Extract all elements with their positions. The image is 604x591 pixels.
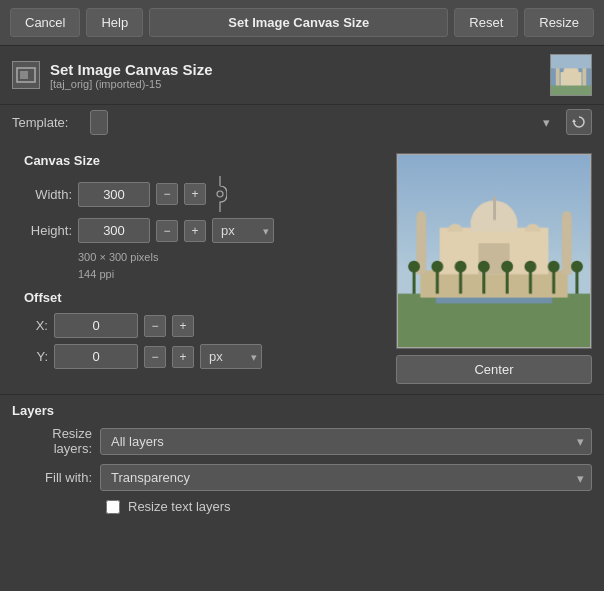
left-panel: Canvas Size Width: − + Height: − + [12, 153, 384, 384]
unit-select[interactable]: px in cm mm [212, 218, 274, 243]
layers-label: Layers [12, 403, 592, 418]
resize-button[interactable]: Resize [524, 8, 594, 37]
dialog-title: Set Image Canvas Size [50, 61, 550, 78]
offset-unit-wrap: px in cm [200, 344, 262, 369]
main-content: Canvas Size Width: − + Height: − + [0, 143, 604, 394]
template-label: Template: [12, 115, 82, 130]
center-button[interactable]: Center [396, 355, 592, 384]
height-decrement-button[interactable]: − [156, 220, 178, 242]
image-preview [396, 153, 592, 349]
x-increment-button[interactable]: + [172, 315, 194, 337]
link-icon-area [212, 176, 228, 212]
x-row: X: − + [24, 313, 372, 338]
pixel-ppi: 144 ppi [78, 266, 372, 283]
resize-text-row: Resize text layers [12, 499, 592, 514]
template-select-wrap [90, 110, 558, 135]
resize-text-label: Resize text layers [128, 499, 231, 514]
width-label: Width: [24, 187, 72, 202]
svg-marker-2 [572, 119, 576, 122]
image-thumbnail [550, 54, 592, 96]
fill-with-label: Fill with: [12, 470, 92, 485]
svg-rect-1 [20, 71, 28, 79]
title-button: Set Image Canvas Size [149, 8, 448, 37]
cancel-button[interactable]: Cancel [10, 8, 80, 37]
height-label: Height: [24, 223, 72, 238]
offset-label: Offset [24, 290, 372, 305]
pixel-dimensions: 300 × 300 pixels [78, 249, 372, 266]
pixel-info: 300 × 300 pixels 144 ppi [78, 249, 372, 282]
x-decrement-button[interactable]: − [144, 315, 166, 337]
toolbar: Cancel Help Set Image Canvas Size Reset … [0, 0, 604, 46]
reset-button[interactable]: Reset [454, 8, 518, 37]
height-increment-button[interactable]: + [184, 220, 206, 242]
template-reset-icon[interactable] [566, 109, 592, 135]
header-row: Set Image Canvas Size [taj_orig] (import… [0, 46, 604, 105]
offset-unit-select[interactable]: px in cm [200, 344, 262, 369]
resize-layers-label: Resize layers: [12, 426, 92, 456]
right-panel: Center [396, 153, 592, 384]
dialog-subtitle: [taj_orig] (imported)-15 [50, 78, 550, 90]
fill-with-select[interactable]: Transparency White Black Background [100, 464, 592, 491]
offset-section: Offset X: − + Y: − + px in cm [12, 290, 384, 369]
help-button[interactable]: Help [86, 8, 143, 37]
height-input[interactable] [78, 218, 150, 243]
resize-layers-select[interactable]: All layers Linked layers No layers [100, 428, 592, 455]
y-increment-button[interactable]: + [172, 346, 194, 368]
x-label: X: [24, 318, 48, 333]
canvas-size-label: Canvas Size [24, 153, 372, 168]
fill-with-select-wrap: Transparency White Black Background [100, 464, 592, 491]
width-input[interactable] [78, 182, 150, 207]
canvas-icon [12, 61, 40, 89]
y-row: Y: − + px in cm [24, 344, 372, 369]
width-decrement-button[interactable]: − [156, 183, 178, 205]
y-input[interactable] [54, 344, 138, 369]
y-label: Y: [24, 349, 48, 364]
resize-text-checkbox[interactable] [106, 500, 120, 514]
width-increment-button[interactable]: + [184, 183, 206, 205]
template-row: Template: [0, 105, 604, 143]
svg-point-3 [217, 191, 223, 197]
unit-select-wrap: px in cm mm [212, 218, 274, 243]
x-input[interactable] [54, 313, 138, 338]
header-text: Set Image Canvas Size [taj_orig] (import… [50, 61, 550, 90]
width-row: Width: − + [24, 176, 372, 212]
resize-layers-select-wrap: All layers Linked layers No layers [100, 428, 592, 455]
layers-section: Layers Resize layers: All layers Linked … [0, 394, 604, 526]
canvas-size-section: Canvas Size Width: − + Height: − + [12, 153, 384, 282]
resize-layers-row: Resize layers: All layers Linked layers … [12, 426, 592, 456]
template-select[interactable] [90, 110, 108, 135]
height-row: Height: − + px in cm mm [24, 218, 372, 243]
y-decrement-button[interactable]: − [144, 346, 166, 368]
fill-with-row: Fill with: Transparency White Black Back… [12, 464, 592, 491]
